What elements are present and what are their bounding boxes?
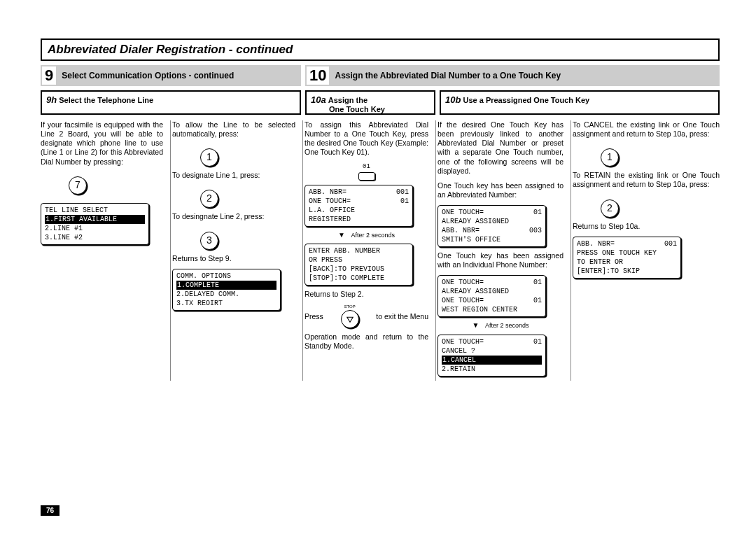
step-10-num: 10 bbox=[307, 66, 329, 85]
step-10-title: Assign the Abbreviated Dial Number to a … bbox=[330, 68, 565, 83]
col5-p3: Returns to Step 10a. bbox=[573, 222, 720, 231]
col2-p1: To allow the Line to be selected automat… bbox=[172, 120, 295, 139]
col-2: To allow the Line to be selected automat… bbox=[171, 120, 303, 381]
lcd-comm-options: COMM. OPTIONS 1.COMPLETE 2.DELAYED COMM.… bbox=[172, 269, 281, 311]
lcd-line: L.A. OFFICE bbox=[309, 206, 355, 214]
svg-marker-0 bbox=[346, 317, 352, 322]
lcd-line: WEST REGION CENTER bbox=[442, 306, 517, 314]
lcd-line: 01 bbox=[400, 197, 409, 206]
lcd-line: OR PRESS bbox=[309, 256, 342, 264]
step-9-header: 9 Select Communication Options - continu… bbox=[41, 65, 301, 86]
col-3: To assign this Abbreviated Dial Number t… bbox=[303, 120, 436, 381]
sub-10b-lbl: 10b bbox=[445, 94, 461, 105]
col2-p2: To designate Line 1, press: bbox=[172, 171, 295, 180]
lcd-line: ONE TOUCH= bbox=[442, 278, 484, 287]
col5-p2: To RETAIN the existing link or One Touch… bbox=[573, 171, 720, 189]
lcd-already-ot: ONE TOUCH=01 ALREADY ASSIGNED ONE TOUCH=… bbox=[438, 275, 546, 317]
sub-10a: 10a Assign the One Touch Key bbox=[305, 90, 435, 115]
lcd-line: 01 bbox=[533, 208, 542, 217]
keypad-2: 2 bbox=[200, 190, 218, 208]
arrow-icon: ▼ bbox=[338, 231, 345, 239]
col5-p1: To CANCEL the existing link or One Touch… bbox=[573, 120, 720, 139]
lcd-line: 01 bbox=[533, 337, 542, 346]
lcd-line: 003 bbox=[529, 226, 542, 235]
lcd-already-abb: ONE TOUCH=01 ALREADY ASSIGNED ABB. NBR=0… bbox=[438, 205, 546, 247]
sub-10a-txt1: Assign the bbox=[328, 96, 368, 104]
arrow-label: After 2 seconds bbox=[347, 232, 396, 239]
lcd-line-sel: 1.CANCEL bbox=[442, 356, 542, 365]
lcd-line: TEL LINE SELECT bbox=[45, 206, 108, 214]
press-label: Press bbox=[304, 312, 323, 321]
lcd-line: SMITH'S OFFICE bbox=[442, 236, 500, 244]
stop-label: STOP bbox=[341, 304, 359, 310]
lcd-tel-line: TEL LINE SELECT 1.FIRST AVAILABLE 2.LINE… bbox=[41, 203, 149, 245]
col4-p3: One Touch key has been assigned with an … bbox=[438, 251, 564, 269]
lcd-line: 3.LINE #2 bbox=[45, 234, 83, 241]
sub-10b: 10b Use a Preassigned One Touch Key bbox=[440, 90, 720, 115]
lcd-line-sel: 1.FIRST AVAILABLE bbox=[45, 215, 145, 224]
lcd-line: 2.RETAIN bbox=[442, 365, 475, 373]
lcd-line: 2.DELAYED COMM. bbox=[176, 290, 239, 298]
keypad-3: 3 bbox=[200, 232, 218, 250]
col4-p1: If the desired One Touch Key has been pr… bbox=[438, 120, 564, 176]
stop-button: STOP bbox=[341, 304, 359, 328]
keypad-7: 7 bbox=[69, 176, 87, 195]
lcd-line: [ENTER]:TO SKIP bbox=[577, 267, 640, 275]
lcd-line: ONE TOUCH= bbox=[442, 337, 484, 346]
arrow-label: After 2 seconds bbox=[481, 322, 529, 330]
page-number: 76 bbox=[41, 505, 59, 516]
col3-p1: To assign this Abbreviated Dial Number t… bbox=[304, 120, 428, 157]
lcd-press-onetouch: ABB. NBR=001 PRESS ONE TOUCH KEY TO ENTE… bbox=[573, 237, 681, 279]
step-10-header: 10 Assign the Abbreviated Dial Number to… bbox=[305, 65, 720, 86]
step-headers: 9 Select Communication Options - continu… bbox=[41, 65, 720, 86]
lcd-line: CANCEL ? bbox=[442, 347, 475, 355]
page-title: Abbreviated Dialer Registration - contin… bbox=[41, 38, 720, 61]
keypad-1b: 1 bbox=[601, 148, 619, 167]
col2-p3: To desingnate Line 2, press: bbox=[172, 212, 295, 221]
lcd-line: 2.LINE #1 bbox=[45, 225, 83, 232]
lcd-cancel: ONE TOUCH=01 CANCEL ? 1.CANCEL 2.RETAIN bbox=[438, 335, 546, 377]
col-5: To CANCEL the existing link or One Touch… bbox=[571, 120, 720, 381]
lcd-line-sel: 1.COMPLETE bbox=[176, 281, 276, 290]
col3-p3: Operation mode and return to the Standby… bbox=[304, 332, 428, 351]
sub-9h-lbl: 9h bbox=[46, 94, 57, 105]
step-9-title: Select Communication Options - continued bbox=[57, 68, 238, 83]
lcd-line: PRESS ONE TOUCH KEY bbox=[577, 249, 657, 257]
lcd-line: ONE TOUCH= bbox=[309, 197, 351, 206]
col1-p1: If your facsimile is equipped with the L… bbox=[41, 120, 163, 167]
lcd-line: ABB. NBR= bbox=[577, 239, 615, 248]
lcd-line: ONE TOUCH= bbox=[442, 296, 484, 305]
lcd-line: TO ENTER OR bbox=[577, 258, 623, 266]
sub-9h: 9h Select the Telephone Line bbox=[41, 90, 301, 115]
sub-10a-txt2: One Touch Key bbox=[311, 105, 385, 113]
lcd-line: ENTER ABB. NUMBER bbox=[309, 247, 380, 255]
lcd-line: [STOP]:TO COMPLETE bbox=[309, 274, 384, 282]
keypad-1: 1 bbox=[200, 148, 218, 167]
lcd-enter-abb: ENTER ABB. NUMBER OR PRESS [BACK]:TO PRE… bbox=[304, 244, 413, 286]
lcd-abb-registered: ABB. NBR=001 ONE TOUCH=01 L.A. OFFICE RE… bbox=[304, 185, 413, 227]
step-9-num: 9 bbox=[42, 66, 56, 85]
lcd-line: COMM. OPTIONS bbox=[176, 272, 231, 280]
sub-headers: 9h Select the Telephone Line 10a Assign … bbox=[41, 90, 720, 115]
arrow-down: ▼ After 2 seconds bbox=[304, 231, 428, 240]
arrow-icon: ▼ bbox=[472, 321, 479, 329]
lcd-line: REGISTERED bbox=[309, 216, 351, 223]
lcd-line: 01 bbox=[533, 278, 542, 287]
lcd-line: 001 bbox=[396, 188, 409, 197]
stop-key-icon bbox=[341, 310, 359, 328]
arrow-down: ▼ After 2 seconds bbox=[438, 321, 564, 330]
onetouch-key-01: 01 bbox=[304, 163, 428, 181]
lcd-line: [BACK]:TO PREVIOUS bbox=[309, 265, 384, 273]
stop-block: Press STOP to exit the Menu bbox=[304, 304, 428, 328]
lcd-line: 001 bbox=[664, 239, 677, 248]
sub-9h-txt: Select the Telephone Line bbox=[59, 96, 153, 104]
onetouch-label: 01 bbox=[304, 163, 428, 171]
lcd-line: 3.TX REOIRT bbox=[176, 300, 223, 307]
sub-10b-txt: Use a Preassigned One Touch Key bbox=[463, 96, 589, 104]
col2-p4: Returns to Step 9. bbox=[172, 254, 295, 263]
exit-label: to exit the Menu bbox=[376, 312, 428, 321]
col-1: If your facsimile is equipped with the L… bbox=[41, 120, 171, 381]
lcd-line: ONE TOUCH= bbox=[442, 208, 484, 217]
sub-10a-lbl: 10a bbox=[311, 94, 326, 105]
keypad-2b: 2 bbox=[601, 199, 619, 218]
